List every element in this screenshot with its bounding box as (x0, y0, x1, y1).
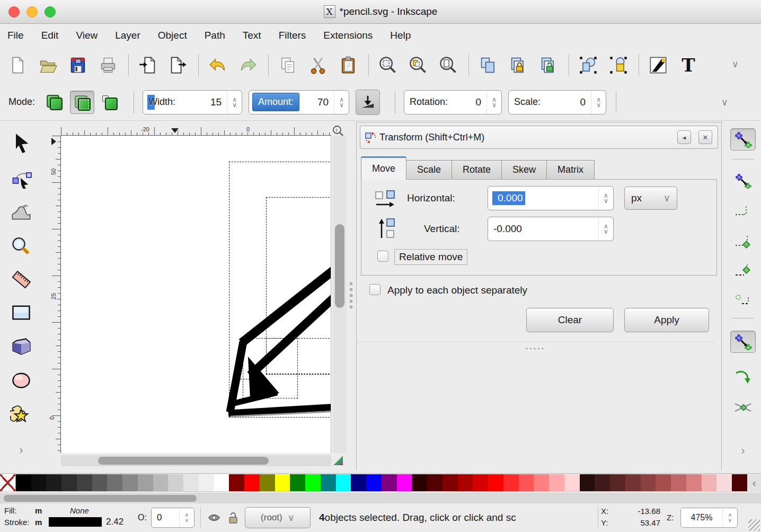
relative-move-checkbox[interactable] (377, 251, 388, 262)
menu-view[interactable]: View (76, 30, 98, 41)
zoom-selection-button[interactable] (376, 53, 400, 77)
vertical-value[interactable]: -0.000 (488, 223, 522, 235)
palette-swatch[interactable] (153, 474, 169, 491)
palette-swatch[interactable] (564, 474, 580, 491)
spray-mode-union-button[interactable] (98, 91, 122, 114)
width-value[interactable]: 15 (210, 96, 227, 108)
snap-nodes-button[interactable] (730, 260, 756, 282)
palette-swatch[interactable] (488, 474, 503, 491)
tab-rotate[interactable]: Rotate (452, 160, 502, 180)
amount-spinner[interactable]: ∧∨ (334, 91, 349, 114)
stroke-color-swatch[interactable] (49, 517, 102, 527)
spin-down-icon[interactable]: ∨ (728, 518, 732, 523)
layer-lock-icon[interactable] (227, 511, 240, 525)
measure-tool-button[interactable] (7, 267, 35, 292)
vertical-input[interactable]: -0.000 ∧∨ (488, 217, 614, 241)
palette-swatch[interactable] (519, 474, 534, 491)
menu-filters[interactable]: Filters (279, 30, 306, 41)
horizontal-value[interactable]: 0.000 (492, 191, 525, 205)
ellipse-tool-button[interactable] (7, 368, 35, 393)
clone-button[interactable] (506, 53, 530, 77)
rectangle-tool-button[interactable] (7, 300, 35, 325)
rotation-spinbox[interactable]: Rotation: 0 ∧∨ (404, 90, 502, 114)
apply-button[interactable]: Apply (624, 308, 709, 332)
palette-swatch[interactable] (183, 474, 199, 491)
print-button[interactable] (96, 53, 120, 77)
zoom-spinbox[interactable]: 475% ∧∨ (680, 508, 738, 528)
palette-swatch[interactable] (458, 474, 473, 491)
ungroup-button[interactable] (606, 53, 631, 77)
export-button[interactable] (166, 53, 190, 77)
palette-swatch[interactable] (214, 474, 229, 491)
palette-swatch[interactable] (46, 474, 61, 491)
palette-scrollbar-thumb[interactable] (4, 495, 197, 502)
star-tool-button[interactable] (7, 402, 35, 427)
pencil-drawing[interactable] (61, 136, 331, 453)
vertical-ruler[interactable]: 50 25 0 (50, 136, 61, 453)
rotation-value[interactable]: 0 (475, 96, 486, 108)
width-spinbox[interactable]: W Width: 15 ∧∨ (143, 90, 242, 114)
horizontal-spinner[interactable]: ∧∨ (598, 187, 613, 210)
palette-swatch[interactable] (366, 474, 382, 491)
box3d-tool-button[interactable] (7, 334, 35, 359)
unlink-clone-button[interactable] (536, 53, 561, 77)
palette-swatch[interactable] (336, 474, 351, 491)
drawing-canvas[interactable] (61, 136, 331, 453)
snap-to-paths-button[interactable] (730, 366, 756, 388)
palette-swatch[interactable] (412, 474, 427, 491)
palette-swatch[interactable] (122, 474, 138, 491)
opacity-spinner[interactable]: ∧∨ (179, 508, 194, 527)
new-document-button[interactable] (5, 53, 30, 77)
menu-text[interactable]: Text (243, 30, 261, 41)
zoom-page-button[interactable] (436, 53, 461, 77)
amount-value[interactable]: 70 (317, 96, 334, 108)
spin-down-icon[interactable]: ∨ (232, 102, 237, 108)
palette-swatch[interactable] (199, 474, 214, 491)
palette-swatch[interactable] (260, 474, 275, 491)
scale-spinner[interactable]: ∧∨ (591, 91, 606, 114)
dock-close-button[interactable]: ✕ (698, 130, 712, 144)
zoom-value[interactable]: 475% (681, 513, 722, 522)
palette-swatch[interactable] (397, 474, 412, 491)
spin-down-icon[interactable]: ∨ (596, 102, 601, 108)
width-spinner[interactable]: ∧∨ (227, 91, 242, 114)
tab-matrix[interactable]: Matrix (547, 160, 595, 180)
palette-swatch[interactable] (275, 474, 290, 491)
zoom-corner-button[interactable]: 1 (332, 125, 344, 139)
palette-scroll-left-icon[interactable]: ‹ (747, 474, 761, 492)
palette-swatch[interactable] (31, 474, 47, 491)
menu-layer[interactable]: Layer (115, 30, 140, 41)
layer-selector-dropdown[interactable]: (root) ∨ (245, 507, 311, 528)
node-tool-button[interactable] (7, 165, 35, 191)
palette-swatch[interactable] (351, 474, 366, 491)
palette-swatch[interactable] (138, 474, 153, 491)
unit-dropdown[interactable]: px ∨ (624, 187, 677, 210)
dock-drag-handle[interactable]: ▪▪▪▪▪ (357, 342, 715, 351)
palette-swatch[interactable] (656, 474, 671, 491)
spin-down-icon[interactable]: ∨ (339, 102, 344, 108)
palette-swatch[interactable] (580, 474, 595, 491)
palette-swatch[interactable] (503, 474, 519, 491)
zoom-window-button[interactable] (45, 6, 56, 17)
snapbar-expand-chevron-icon[interactable]: › (730, 440, 756, 462)
palette-swatch[interactable] (534, 474, 549, 491)
fill-stroke-dialog-button[interactable] (646, 53, 670, 77)
copy-button[interactable] (276, 53, 300, 77)
toolbox-expand-chevron-icon[interactable]: › (7, 438, 35, 463)
spray-mode-copies-button[interactable] (42, 91, 67, 114)
toolbar-overflow-chevron-icon[interactable]: ∨ (732, 58, 739, 70)
scale-spinbox[interactable]: Scale: 0 ∧∨ (508, 90, 606, 114)
relative-move-label[interactable]: Relative move (394, 249, 467, 265)
palette-swatch[interactable] (625, 474, 641, 491)
palette-swatch[interactable] (107, 474, 122, 491)
palette-swatch[interactable] (305, 474, 321, 491)
transform-dialog-header[interactable]: Transform (Shift+Ctrl+M) ◂ ✕ (360, 126, 718, 149)
palette-swatch[interactable] (61, 474, 77, 491)
undo-button[interactable] (206, 53, 230, 77)
palette-swatch[interactable] (549, 474, 564, 491)
paste-button[interactable] (336, 53, 360, 77)
duplicate-button[interactable] (476, 53, 500, 77)
palette-swatch[interactable] (290, 474, 305, 491)
zoom-drawing-button[interactable] (406, 53, 430, 77)
palette-swatch[interactable] (716, 474, 732, 491)
